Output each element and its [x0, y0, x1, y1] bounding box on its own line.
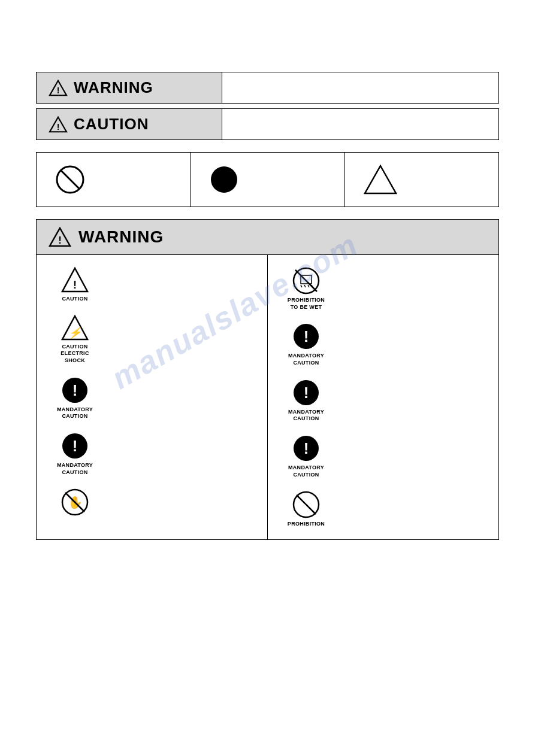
- mandatory-cell: [191, 153, 344, 207]
- mandatory-caution-3-icon: !: [292, 323, 320, 350]
- mandatory-caution-5-icon: !: [292, 435, 320, 462]
- warning-section-triangle-icon: !: [49, 227, 71, 247]
- svg-line-24: [304, 285, 306, 287]
- caution-content: [222, 109, 498, 139]
- mandatory-caution-1-icon: !: [61, 377, 89, 404]
- warning-left-col: ! CAUTION ⚡ CAUTIONELECTRIC SHOCK: [37, 255, 268, 539]
- svg-text:!: !: [73, 279, 77, 291]
- mandatory-caution-2-icon: !: [61, 432, 89, 460]
- warning-triangle-icon: !: [49, 80, 68, 96]
- prohibition-symbol-icon: [55, 164, 86, 195]
- prohibition-2-label: PROHIBITION: [288, 521, 325, 528]
- caution-symbol-item: ! CAUTION: [51, 267, 99, 303]
- prohibition-wet-icon: [292, 267, 320, 294]
- svg-text:!: !: [72, 381, 78, 399]
- mandatory-caution-5-label: MANDATORYCAUTION: [288, 464, 324, 478]
- svg-marker-7: [365, 166, 396, 193]
- prohibition-cell: [37, 153, 191, 207]
- mandatory-caution-3-label: MANDATORYCAUTION: [288, 353, 324, 366]
- mandatory-caution-1-item: ! MANDATORYCAUTION: [51, 377, 99, 420]
- svg-text:!: !: [57, 122, 60, 131]
- svg-line-27: [295, 270, 317, 292]
- warning-right-col: PROHIBITIONTO BE WET ! MANDATORYCAUTION: [268, 255, 498, 539]
- svg-point-6: [211, 166, 237, 193]
- warning-section-header: ! WARNING: [37, 220, 498, 255]
- warning-body: ! CAUTION ⚡ CAUTIONELECTRIC SHOCK: [37, 255, 498, 539]
- prohibition-2-item: PROHIBITION: [282, 491, 330, 528]
- prohibition-touch-icon: ✋: [61, 488, 89, 516]
- caution-electric-icon: ⚡: [61, 315, 89, 341]
- mandatory-caution-4-label: MANDATORYCAUTION: [288, 409, 324, 423]
- caution-triangle-icon: !: [49, 116, 68, 133]
- caution-icon-label: CAUTION: [62, 296, 87, 303]
- svg-line-23: [301, 285, 302, 287]
- caution-icon: !: [61, 267, 89, 293]
- svg-text:!: !: [58, 235, 62, 246]
- prohibition-wet-item: PROHIBITIONTO BE WET: [282, 267, 330, 311]
- mandatory-caution-1-label: MANDATORYCAUTION: [57, 406, 93, 420]
- mandatory-symbol-icon: [208, 164, 240, 195]
- mandatory-caution-4-item: ! MANDATORYCAUTION: [282, 379, 330, 423]
- warning-section: ! WARNING ! CAUTION: [36, 219, 499, 540]
- caution-triangle-cell: [345, 153, 498, 207]
- warning-label-text: WARNING: [74, 78, 153, 97]
- svg-text:!: !: [304, 327, 309, 345]
- caution-electric-item: ⚡ CAUTIONELECTRIC SHOCK: [51, 315, 99, 365]
- mandatory-caution-4-icon: !: [292, 379, 320, 406]
- svg-line-25: [308, 285, 309, 287]
- svg-line-35: [297, 495, 316, 514]
- svg-text:!: !: [57, 85, 60, 95]
- warning-section-label: WARNING: [78, 227, 164, 247]
- caution-electric-label: CAUTIONELECTRIC SHOCK: [51, 344, 99, 365]
- mandatory-caution-5-item: ! MANDATORYCAUTION: [282, 435, 330, 478]
- caution-triangle-symbol-icon: [363, 164, 398, 195]
- warning-label: ! WARNING: [37, 72, 222, 103]
- prohibition-wet-label: PROHIBITIONTO BE WET: [288, 297, 325, 311]
- svg-line-5: [61, 170, 80, 189]
- mandatory-caution-2-item: ! MANDATORYCAUTION: [51, 432, 99, 476]
- caution-box: ! CAUTION: [36, 108, 499, 140]
- svg-text:!: !: [304, 439, 309, 457]
- mandatory-caution-2-label: MANDATORYCAUTION: [57, 462, 93, 476]
- prohibition-2-icon: [292, 491, 320, 518]
- caution-label-text: CAUTION: [74, 115, 149, 133]
- mandatory-caution-3-item: ! MANDATORYCAUTION: [282, 323, 330, 366]
- caution-label: ! CAUTION: [37, 109, 222, 139]
- svg-text:!: !: [72, 437, 78, 455]
- svg-text:!: !: [304, 384, 309, 402]
- warning-content: [222, 72, 498, 103]
- prohibition-touch-item: ✋: [51, 488, 99, 516]
- warning-box: ! WARNING: [36, 72, 499, 104]
- symbol-row: [36, 152, 499, 207]
